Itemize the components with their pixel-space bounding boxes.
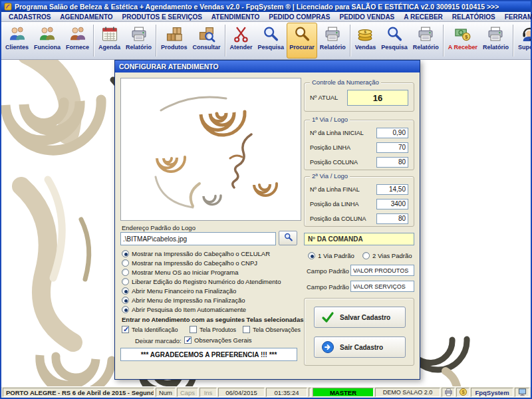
toolbar-label: Atender (230, 44, 253, 51)
menu-pedido-vendas[interactable]: PEDIDO VENDAS (334, 13, 399, 21)
toolbar-button-agenda[interactable]: Agenda (96, 23, 123, 59)
numero-atual-field[interactable] (347, 90, 408, 106)
suppliers-icon (68, 25, 87, 43)
status-coin-panel[interactable]: $ (456, 388, 469, 397)
screens-label: Entrar no Atendimento com as seguintes T… (122, 316, 306, 323)
menubar: CADASTROS AGENDAMENTO PRODUTOS E SERVIÇO… (1, 12, 531, 22)
menu-ferramentas[interactable]: FERRAMENTAS (500, 13, 532, 21)
option-label: 1 Via Padrão (318, 252, 354, 259)
status-printer-panel[interactable] (442, 388, 455, 397)
via-padrao-2[interactable]: 2 Vias Padrão (362, 251, 412, 260)
linha-final-field[interactable] (376, 184, 408, 195)
posicao-da-linha-field[interactable] (376, 199, 408, 209)
toolbar-button-relatorio-receber[interactable]: Relatório (480, 23, 511, 59)
linha-inicial-field[interactable] (376, 128, 408, 138)
checkbox-icon (184, 336, 192, 344)
screen-produtos[interactable]: Tela Produtos (190, 325, 236, 334)
printer-icon (444, 388, 453, 397)
option-menu-financeiro[interactable]: Abrir Menu Financeiro na Finalização (122, 287, 236, 295)
logo-path-input[interactable] (120, 232, 276, 245)
posicao-linha-field[interactable] (376, 142, 408, 153)
configurar-atendimento-dialog: CONFIGURAR ATENDIMENTO (114, 60, 420, 380)
toolbar-button-funcionarios[interactable]: Funciona (31, 23, 63, 59)
toolbar: Clientes Funciona Fornece Agenda Relatór… (1, 22, 531, 60)
toolbar-button-vendas[interactable]: $ Vendas (352, 23, 379, 59)
menu-a-receber[interactable]: A RECEBER (399, 13, 448, 21)
svg-text:$: $ (462, 389, 464, 395)
toolbar-button-consultar[interactable]: Consultar (190, 23, 223, 59)
toolbar-separator (156, 25, 157, 57)
option-label: 2 Vias Padrão (372, 252, 412, 259)
menu-relatorios[interactable]: RELATÓRIOS (448, 13, 500, 21)
status-brand: FpqSystem (471, 388, 513, 397)
toolbar-button-clientes[interactable]: Clientes (3, 23, 31, 59)
workarea: CONFIGURAR ATENDIMENTO (1, 60, 531, 386)
toolbar-group-vendas: $ Vendas Pesquisa Relatório (352, 23, 442, 59)
via-padrao-1[interactable]: 1 Via Padrão (308, 251, 354, 260)
dialog-titlebar[interactable]: CONFIGURAR ATENDIMENTO (115, 61, 420, 72)
screen-observacoes[interactable]: Tela Observações (243, 325, 301, 334)
toolbar-button-produtos[interactable]: Produtos (158, 23, 190, 59)
thanks-message-field[interactable] (120, 348, 297, 361)
report-icon (323, 25, 342, 43)
option-celular[interactable]: Mostrar na Impressão do Cabeçalho o CELU… (122, 249, 270, 258)
numero-atual-label: Nº ATUAL (310, 94, 338, 101)
toolbar-button-relatorio-atendimento[interactable]: Relatório (317, 23, 348, 59)
money-icon: $ (454, 25, 472, 43)
group-title: 2ª Via / Logo (310, 172, 350, 180)
toolbar-button-suporte[interactable]: Suporte (515, 23, 531, 59)
menu-cadastros[interactable]: CADASTROS (4, 13, 55, 21)
option-pesquisa-automatica[interactable]: Abrir Pesquisa do Item Automaticamente (122, 305, 246, 314)
browse-logo-button[interactable] (279, 231, 297, 245)
posicao-coluna-field[interactable] (376, 157, 408, 168)
menu-produtos-servicos[interactable]: PRODUTOS E SERVIÇOS (118, 13, 207, 21)
numbering-group: Controle da Numeração Nº ATUAL (304, 82, 414, 112)
field-row: Posição da LINHA (310, 198, 408, 209)
toolbar-button-relatorio-vendas[interactable]: Relatório (410, 23, 442, 59)
headset-icon (520, 25, 531, 43)
field-label: Nº da Linha INICIAL (310, 130, 364, 136)
toolbar-button-fornecedores[interactable]: Fornece (63, 23, 92, 59)
salvar-cadastro-button[interactable]: Salvar Cadastro (314, 307, 406, 328)
screen-identificacao[interactable]: Tela Identificação (122, 325, 178, 334)
option-menu-impressao[interactable]: Abrir Menu de Impressão na Finalização (122, 296, 245, 305)
search-icon (283, 232, 293, 245)
campo-padrao-produtos-field[interactable] (350, 265, 414, 276)
campo-padrao-servicos-field[interactable] (350, 281, 414, 292)
menu-atendimento[interactable]: ATENDIMENTO (207, 13, 264, 21)
toolbar-button-pesquisa-vendas[interactable]: Pesquisa (378, 23, 410, 59)
status-computer-panel[interactable] (515, 388, 529, 397)
coins-stack-icon: $ (356, 25, 374, 43)
menu-pedido-compras[interactable]: PEDIDO COMPRAS (264, 13, 334, 21)
toolbar-group-suporte: Suporte (515, 23, 531, 59)
toolbar-button-procurar[interactable]: Procurar (287, 23, 317, 59)
toolbar-button-relatorio-agenda[interactable]: Relatório (123, 23, 154, 59)
dialog-title: CONFIGURAR ATENDIMENTO (119, 63, 219, 70)
checkbox-label: Tela Observações (253, 327, 301, 333)
posicao-da-coluna-field[interactable] (376, 213, 408, 224)
dialog-body: Endereço Padrão do Logo Mostrar na Impre… (115, 72, 420, 379)
toolbar-label: Vendas (355, 44, 376, 51)
status-user-badge: MASTER (313, 388, 374, 397)
toolbar-label: Pesquisa (258, 44, 285, 51)
option-label: Liberar Edição do Registro Numérico do A… (132, 278, 281, 285)
option-liberar-edicao[interactable]: Liberar Edição do Registro Numérico do A… (122, 277, 281, 286)
via1-group: 1ª Via / Logo Nº da Linha INICIAL Posiçã… (304, 120, 414, 170)
keep-observacoes-gerais[interactable]: Observações Gerais (184, 336, 252, 344)
via2-group: 2ª Via / Logo Nº da Linha FINAL Posição … (304, 176, 414, 227)
option-label: Mostrar na Impressão do Cabeçalho o CELU… (132, 250, 270, 257)
menu-agendamento[interactable]: AGENDAMENTO (55, 13, 117, 21)
option-cnpj[interactable]: Mostrar na Impressão do Cabeçalho o CNPJ (122, 259, 257, 267)
checkbox-icon (190, 326, 197, 333)
toolbar-button-pesquisa-atendimento[interactable]: Pesquisa (255, 23, 287, 59)
product-search-icon (198, 25, 216, 43)
option-menu-os[interactable]: Mostrar Menu OS ao Iniciar Programa (122, 268, 239, 277)
toolbar-label: Relatório (413, 44, 439, 51)
status-capslock: Caps (177, 388, 198, 397)
status-license: DEMO SALAO 2.0 (375, 388, 440, 397)
toolbar-label: Consultar (193, 44, 221, 51)
sair-cadastro-button[interactable]: Sair Cadastro (314, 336, 406, 358)
toolbar-button-atender[interactable]: Atender (227, 23, 255, 59)
toolbar-label: Clientes (5, 44, 29, 51)
toolbar-button-a-receber[interactable]: $ A Receber (446, 23, 480, 59)
